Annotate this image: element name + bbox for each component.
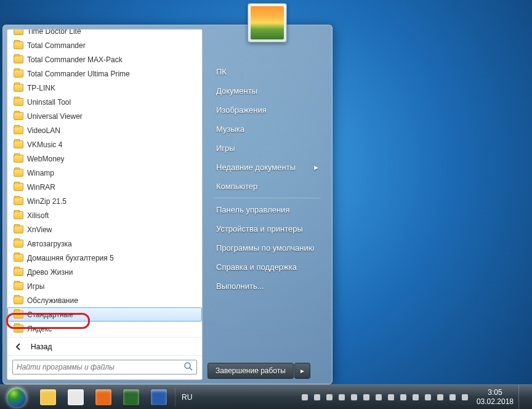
tray-orange-icon[interactable] xyxy=(312,392,323,403)
program-folder-item[interactable]: Яндекс xyxy=(7,322,202,336)
search-icon xyxy=(183,362,195,373)
right-link-label: ПК xyxy=(216,67,227,76)
program-folder-item[interactable]: Игры xyxy=(7,279,202,293)
tray-green-icon[interactable] xyxy=(373,392,384,403)
program-folder-item[interactable]: WinZip 21.5 xyxy=(7,194,202,208)
back-arrow-icon xyxy=(14,342,23,352)
taskbar-clock[interactable]: 3:05 03.02.2018 xyxy=(477,388,514,406)
program-label: TP-LINK xyxy=(27,84,55,92)
right-link-label: Устройства и принтеры xyxy=(216,224,303,233)
show-desktop-button[interactable] xyxy=(518,385,526,410)
program-label: Стандартные xyxy=(27,310,73,319)
right-panel-link[interactable]: Программы по умолчанию xyxy=(208,238,327,257)
submenu-arrow-icon: ▶ xyxy=(314,164,318,171)
program-folder-item[interactable]: VKMusic 4 xyxy=(7,137,202,152)
program-label: Uninstall Tool xyxy=(27,98,71,107)
svg-rect-9 xyxy=(388,394,394,400)
start-button[interactable] xyxy=(1,386,32,408)
taskbar-app-explorer[interactable] xyxy=(34,386,62,408)
right-panel-link[interactable]: Панель управления xyxy=(208,200,327,219)
tray-nvidia-icon[interactable] xyxy=(385,392,397,403)
tray-skype-icon[interactable] xyxy=(349,392,360,403)
right-link-label: Музыка xyxy=(216,124,244,134)
program-folder-item[interactable]: XnView xyxy=(7,222,202,237)
program-label: Автозагрузка xyxy=(27,240,72,248)
program-folder-item[interactable]: Total Commander xyxy=(7,38,202,52)
user-avatar[interactable] xyxy=(248,3,287,43)
right-panel-link[interactable]: Выполнить... xyxy=(208,277,327,296)
folder-icon xyxy=(14,197,23,205)
program-label: Total Commander MAX-Pack xyxy=(27,55,123,64)
program-folder-item[interactable]: VideoLAN xyxy=(7,123,202,137)
tray-ra-icon[interactable] xyxy=(398,392,409,403)
right-panel-link[interactable]: Компьютер xyxy=(208,177,327,196)
right-panel-link[interactable]: Игры xyxy=(208,139,327,158)
program-folder-item[interactable]: Universal Viewer xyxy=(7,109,202,123)
right-link-label: Компьютер xyxy=(216,182,257,191)
program-folder-item[interactable]: Total Commander Ultima Prime xyxy=(7,67,202,81)
program-folder-item[interactable]: Total Commander MAX-Pack xyxy=(7,52,202,67)
svg-rect-8 xyxy=(376,394,382,400)
folder-icon xyxy=(14,310,23,318)
right-link-label: Выполнить... xyxy=(216,281,264,291)
right-panel-link[interactable]: ПК xyxy=(208,62,327,81)
language-indicator[interactable]: RU xyxy=(182,393,192,402)
taskbar-app-firefox[interactable] xyxy=(90,386,117,408)
taskbar-app-panda[interactable] xyxy=(62,386,89,408)
svg-rect-3 xyxy=(314,394,320,400)
back-button[interactable]: Назад xyxy=(7,337,202,355)
program-folder-item[interactable]: Winamp xyxy=(7,166,202,180)
windows-orb-icon xyxy=(7,387,26,407)
taskbar-app-notepad[interactable] xyxy=(118,386,145,408)
folder-icon xyxy=(14,126,23,134)
program-folder-item[interactable]: Xilisoft xyxy=(7,208,202,222)
tray-cloud-icon[interactable] xyxy=(361,392,372,403)
right-panel-link[interactable]: Устройства и принтеры xyxy=(208,219,327,238)
program-label: XnView xyxy=(27,225,52,234)
program-folder-item[interactable]: TP-LINK xyxy=(7,81,202,95)
folder-icon xyxy=(14,41,23,49)
all-programs-list[interactable]: The KMPlayerTime Doctor LiteTotal Comman… xyxy=(7,30,202,337)
program-folder-item[interactable]: Древо Жизни xyxy=(7,265,202,279)
tray-disk-icon[interactable] xyxy=(324,392,335,403)
tray-up-icon[interactable] xyxy=(299,392,310,403)
program-folder-item[interactable]: WebMoney xyxy=(7,152,202,166)
svg-rect-5 xyxy=(339,394,345,400)
start-menu-right-panel: ПКДокументыИзображенияМузыкаИгры Недавни… xyxy=(203,25,332,384)
tray-net-icon[interactable] xyxy=(422,392,433,403)
program-folder-item[interactable]: WinRAR xyxy=(7,180,202,194)
taskbar-apps xyxy=(34,386,172,408)
svg-rect-14 xyxy=(449,394,456,400)
tray-sound-icon[interactable] xyxy=(447,392,458,403)
folder-icon xyxy=(14,211,23,219)
folder-icon xyxy=(14,240,23,248)
folder-icon xyxy=(14,268,23,276)
program-folder-item[interactable]: Стандартные xyxy=(7,307,202,322)
program-folder-item[interactable]: Автозагрузка xyxy=(7,237,202,251)
tray-flag-icon[interactable] xyxy=(410,392,421,403)
tray-utorrent-icon[interactable] xyxy=(336,392,347,403)
right-panel-link[interactable]: Документы xyxy=(208,81,327,100)
svg-rect-6 xyxy=(351,394,357,400)
shutdown-options-button[interactable]: ▸ xyxy=(294,363,310,379)
program-folder-item[interactable]: Домашняя бухгалтерия 5 xyxy=(7,251,202,265)
program-folder-item[interactable]: Uninstall Tool xyxy=(7,95,202,109)
program-label: Древо Жизни xyxy=(27,268,73,277)
taskbar: RU 3:05 03.02.2018 xyxy=(0,384,532,409)
tray-wifi-icon[interactable] xyxy=(459,392,470,403)
right-panel-link[interactable]: Изображения xyxy=(208,100,327,119)
right-link-label: Недавние документы xyxy=(216,163,296,172)
search-input[interactable] xyxy=(12,360,197,375)
program-label: Xilisoft xyxy=(27,211,49,220)
program-label: Winamp xyxy=(27,169,54,177)
taskbar-app-word[interactable] xyxy=(145,386,172,408)
svg-line-1 xyxy=(190,368,192,370)
tray-orange2-icon[interactable] xyxy=(435,392,446,403)
shutdown-button[interactable]: Завершение работы xyxy=(208,363,294,379)
right-panel-link[interactable]: Музыка xyxy=(208,119,327,139)
right-link-recent-documents[interactable]: Недавние документы ▶ xyxy=(208,158,327,177)
right-panel-link[interactable]: Справка и поддержка xyxy=(208,257,327,277)
start-menu: The KMPlayerTime Doctor LiteTotal Comman… xyxy=(2,25,332,384)
program-folder-item[interactable]: Обслуживание xyxy=(7,293,202,307)
program-folder-item[interactable]: Time Doctor Lite xyxy=(7,30,202,38)
